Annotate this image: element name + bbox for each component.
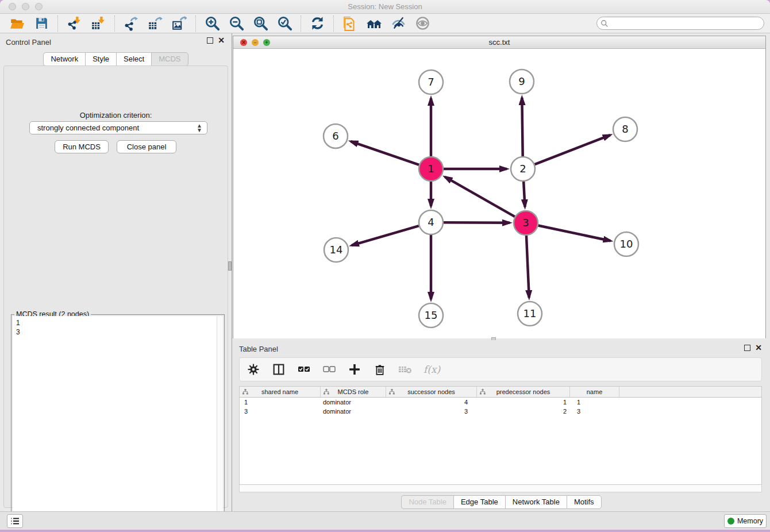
table-cell[interactable]: 4 <box>386 398 477 407</box>
table-cell[interactable]: 3 <box>570 407 619 416</box>
memory-button[interactable]: Memory <box>724 514 767 528</box>
tab-select[interactable]: Select <box>116 52 151 66</box>
task-history-button[interactable] <box>7 514 23 528</box>
apply-layout-icon[interactable] <box>309 15 326 32</box>
graph-edge-3-11[interactable] <box>526 236 529 298</box>
first-neighbors-icon[interactable] <box>365 15 383 32</box>
new-network-from-file-icon[interactable] <box>341 15 359 32</box>
graph-edge-3-1[interactable] <box>445 177 515 217</box>
graph-edge-4-3[interactable] <box>444 222 510 223</box>
tab-motifs[interactable]: Motifs <box>567 495 602 509</box>
graph-edge-2-9[interactable] <box>522 98 522 156</box>
export-image-icon[interactable] <box>171 15 188 32</box>
show-graphics-details-icon[interactable] <box>414 15 431 32</box>
graph-node-label: 6 <box>332 130 338 142</box>
network-window-titlebar[interactable]: ✕ – + scc.txt <box>233 36 765 49</box>
column-header-name[interactable]: name <box>570 387 619 397</box>
search-box <box>596 17 764 30</box>
export-table-icon[interactable] <box>147 15 164 32</box>
table-cell[interactable]: 3 <box>386 407 477 416</box>
zoom-in-icon[interactable] <box>203 15 221 32</box>
tab-network-table[interactable]: Network Table <box>505 495 567 509</box>
column-header-MCDS-role[interactable]: MCDS role <box>321 387 386 397</box>
tab-node-table[interactable]: Node Table <box>401 495 453 509</box>
table-tabs: Node TableEdge TableNetwork TableMotifs <box>233 495 770 509</box>
settings-icon[interactable] <box>247 363 260 376</box>
delete-table-icon[interactable] <box>398 363 412 376</box>
table-cell[interactable]: 1 <box>477 398 570 407</box>
table-row[interactable]: 3dominator323 <box>240 407 761 416</box>
table-cell[interactable]: 1 <box>240 398 321 407</box>
select-all-columns-icon[interactable] <box>297 363 311 376</box>
table-cell[interactable]: dominator <box>321 407 386 416</box>
import-table-icon[interactable] <box>90 15 107 32</box>
create-column-icon[interactable] <box>348 363 361 376</box>
mcds-result-text[interactable]: 1 3 <box>13 316 223 530</box>
network-canvas[interactable]: 7968124314101511 <box>233 49 765 338</box>
splitter-handle[interactable] <box>228 261 232 271</box>
column-header-predecessor-nodes[interactable]: predecessor nodes <box>477 387 570 397</box>
optimization-criterion-label: Optimization criterion: <box>4 111 228 119</box>
import-network-icon[interactable] <box>66 15 83 32</box>
table-cell[interactable]: 1 <box>570 398 619 407</box>
toolbar-separator <box>57 16 58 32</box>
result-scrollbar[interactable] <box>217 316 223 530</box>
deselect-all-columns-icon[interactable] <box>322 363 336 376</box>
zoom-selected-icon[interactable] <box>276 15 293 32</box>
search-icon <box>600 20 609 28</box>
table-cell[interactable]: 3 <box>240 407 321 416</box>
graph-edge-1-6[interactable] <box>351 141 419 165</box>
run-mcds-button[interactable]: Run MCDS <box>55 140 109 153</box>
table-horizontal-scrollbar[interactable] <box>239 485 762 492</box>
control-panel-tabs: NetworkStyleSelectMCDS <box>0 52 232 66</box>
titlebar[interactable]: Session: New Session <box>0 0 770 14</box>
column-type-icon <box>480 389 486 395</box>
close-table-panel-icon[interactable]: ✕ <box>755 345 762 351</box>
hide-graphics-details-icon[interactable] <box>390 15 407 32</box>
criterion-select-value: strongly connected component <box>37 124 139 132</box>
graph-node-label: 4 <box>428 216 434 228</box>
float-panel-icon[interactable] <box>207 37 213 44</box>
search-input[interactable] <box>611 20 764 28</box>
close-panel-button[interactable]: Close panel <box>117 140 176 153</box>
zoom-fit-icon[interactable] <box>252 15 269 32</box>
graph-node-label: 15 <box>425 309 438 321</box>
tab-network[interactable]: Network <box>43 52 85 66</box>
toolbar-separator <box>333 16 334 32</box>
list-icon <box>10 517 20 525</box>
graph-node-label: 10 <box>620 238 633 250</box>
close-panel-icon[interactable]: ✕ <box>218 37 225 44</box>
column-header-successor-nodes[interactable]: successor nodes <box>386 387 477 397</box>
column-header-shared-name[interactable]: shared name <box>240 387 321 397</box>
graph-node-label: 11 <box>523 307 537 319</box>
open-session-icon[interactable] <box>9 15 26 32</box>
toolbar-separator <box>195 16 196 32</box>
column-type-icon <box>389 389 395 395</box>
control-panel-title: Control Panel <box>6 38 51 47</box>
show-column-panel-icon[interactable] <box>272 363 286 376</box>
toolbar-separator <box>114 16 115 32</box>
column-type-icon <box>242 389 248 395</box>
graph-edge-2-8[interactable] <box>535 135 610 164</box>
export-network-icon[interactable] <box>122 15 140 32</box>
graph-edge-4-14[interactable] <box>352 226 419 245</box>
graph-node-label: 2 <box>519 163 526 175</box>
graph-edge-2-3[interactable] <box>523 182 525 207</box>
control-panel: Control Panel ✕ NetworkStyleSelectMCDS O… <box>0 33 232 511</box>
tab-edge-table[interactable]: Edge Table <box>453 495 505 509</box>
tab-mcds[interactable]: MCDS <box>151 52 188 66</box>
table-row[interactable]: 1dominator411 <box>240 398 761 407</box>
table-cell[interactable]: 2 <box>477 407 570 416</box>
table-cell[interactable]: dominator <box>321 398 386 407</box>
zoom-out-icon[interactable] <box>228 15 245 32</box>
delete-columns-icon[interactable] <box>373 363 387 376</box>
tab-style[interactable]: Style <box>85 52 116 66</box>
graph-edge-3-10[interactable] <box>538 226 611 241</box>
float-table-panel-icon[interactable] <box>744 345 750 351</box>
memory-label: Memory <box>737 517 763 525</box>
criterion-select[interactable]: strongly connected component ▲▼ <box>29 121 207 134</box>
node-table[interactable]: shared nameMCDS rolesuccessor nodesprede… <box>239 386 762 485</box>
toolbar-separator <box>301 16 301 32</box>
save-session-icon[interactable] <box>33 15 50 32</box>
function-builder-icon[interactable]: f(x) <box>424 364 440 375</box>
